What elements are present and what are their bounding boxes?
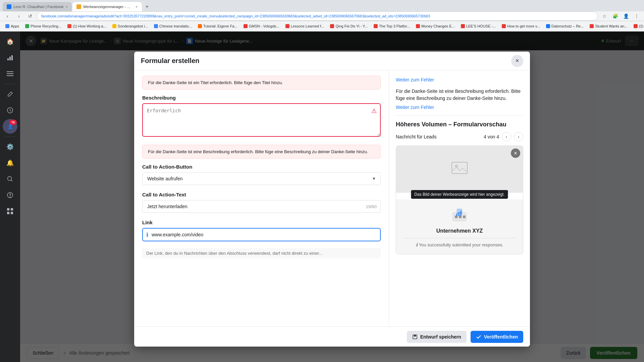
more-options-icon[interactable]: ⋮ (632, 11, 641, 21)
preview-prev-button[interactable]: ‹ (502, 132, 511, 141)
beschreibung-error-banner: Für die Danke-Seite ist eine Beschreibun… (142, 145, 381, 159)
sidebar-settings-icon[interactable]: ⚙️ (3, 139, 17, 154)
link-field: Link ℹ (142, 220, 381, 241)
extensions-icon[interactable]: 🧩 (610, 11, 620, 21)
svg-rect-20 (463, 216, 466, 218)
tab-close-2[interactable]: × (136, 5, 138, 9)
preview-next-button[interactable]: › (514, 132, 523, 141)
save-draft-button[interactable]: Entwurf speichern (407, 331, 467, 343)
preview-success-text: ℹ You successfully submitted your respon… (416, 241, 503, 247)
preview-image-placeholder-icon (451, 160, 468, 179)
bookmark-top3[interactable]: The Top 3 Platfor... (371, 22, 413, 30)
new-tab-button[interactable]: + (143, 2, 152, 11)
error-link-2[interactable]: Weiter zum Fehler (396, 105, 523, 110)
tab-label-2: Werbeanzeigenmanager - Wer... (83, 5, 133, 9)
sidebar-grid-icon[interactable] (3, 204, 17, 219)
svg-rect-11 (11, 208, 13, 210)
svg-rect-14 (452, 162, 467, 174)
svg-rect-3 (7, 71, 13, 72)
bookmark-money[interactable]: Money Changes E... (413, 22, 458, 30)
preview-company-area: Unternehmen XYZ ℹ You successfully submi… (396, 199, 523, 254)
bookmark-working[interactable]: (1) How Working a... (65, 22, 109, 30)
main-content: ✕ 📁 Neue Kampagne für Leadge... › ⊞ Neue… (20, 32, 644, 362)
sidebar-divider-1 (4, 84, 16, 84)
textarea-error-icon: ⚠ (371, 107, 377, 115)
bookmark-qing[interactable]: Qing Fei De Yi - Y... (327, 22, 370, 30)
preview-company-icon (451, 206, 468, 225)
browser-tab-1[interactable]: Leon R. Chaudhari | Facebook × (3, 2, 72, 11)
svg-rect-21 (456, 214, 458, 216)
reload-button[interactable]: ↺ (25, 11, 35, 21)
svg-rect-22 (458, 212, 460, 216)
sidebar-chart-icon[interactable] (3, 50, 17, 65)
top-error-text: Für die Danke-Seite ist ein Titel erford… (148, 80, 283, 85)
modal-close-button[interactable]: × (511, 55, 523, 67)
sidebar-help-icon[interactable] (3, 188, 17, 202)
beschreibung-field: Beschreibung ⚠ (142, 95, 381, 138)
beschreibung-textarea[interactable] (142, 103, 381, 137)
modal-body: Für die Danke-Seite ist ein Titel erford… (134, 70, 530, 326)
tab-close-1[interactable]: × (66, 5, 68, 9)
bookmark-lessons[interactable]: Lessons Learned f... (283, 22, 327, 30)
bookmark-apps[interactable]: Apps (3, 22, 22, 30)
address-bar[interactable]: facebook.com/adsmanager/manage/ads/edit?… (37, 11, 598, 21)
bookmark-phone[interactable]: Phone Recycling... (22, 22, 64, 30)
forward-button[interactable]: › (14, 11, 23, 21)
preview-nav-label: Nachricht für Leads (396, 134, 436, 139)
bookmark-tutorial[interactable]: Tutorial: Eigene Fa... (195, 22, 240, 30)
browser-tabs: Leon R. Chaudhari | Facebook × Werbeanze… (0, 0, 644, 11)
toolbar-icons: ☆ 🧩 👤 ⋮ (600, 11, 641, 21)
modal-right-panel: Weiter zum Fehler Für die Danke-Seite is… (389, 70, 530, 326)
cta-button-select[interactable]: Website aufrufen Mehr erfahren Jetzt kau… (142, 172, 381, 185)
modal-footer: Entwurf speichern Veröffentlichen (134, 326, 530, 347)
sidebar-search-icon[interactable] (3, 172, 17, 186)
svg-rect-12 (7, 212, 9, 214)
bookmark-how-get[interactable]: How to get more v... (499, 22, 543, 30)
modal-overlay: Formular erstellen × Für die Danke-Seite… (20, 32, 644, 362)
cta-button-select-wrapper: Website aufrufen Mehr erfahren Jetzt kau… (142, 172, 381, 185)
svg-rect-13 (11, 212, 13, 214)
bookmark-how-add[interactable]: (2) How To Add A... (631, 22, 644, 30)
right-divider (396, 115, 523, 116)
link-hint-text: Der Link, den du in Nachrichten über den… (146, 251, 322, 256)
bookmark-star-icon[interactable]: ☆ (600, 11, 609, 21)
svg-rect-23 (460, 211, 462, 216)
cta-button-label: Call to Action-Button (142, 164, 381, 170)
preview-card: ✕ (396, 145, 523, 254)
bookmark-gmsn[interactable]: GMSN - Vologds... (241, 22, 282, 30)
modal-header: Formular erstellen × (134, 52, 530, 70)
bookmark-chinese[interactable]: Chinese translatio... (151, 22, 195, 30)
top-error-banner: Für die Danke-Seite ist ein Titel erford… (142, 76, 381, 89)
sidebar-home-icon[interactable]: 🏠 (3, 34, 17, 49)
beschreibung-error-text: Für die Danke-Seite ist eine Beschreibun… (148, 149, 368, 154)
profile-icon[interactable]: 👤 (621, 11, 631, 21)
sidebar-avatar-icon[interactable]: 👤 (3, 119, 17, 134)
bookmark-datenschutz[interactable]: Datenschutz – Re... (543, 22, 587, 30)
error-description-right: Für die Danke-Seite ist eine Beschreibun… (396, 88, 523, 102)
bookmark-lee[interactable]: LEE'S HOUSE -... (458, 22, 498, 30)
cta-text-input-wrapper: 19/60 (142, 200, 381, 213)
publish-button[interactable]: Veröffentlichen (471, 331, 523, 343)
svg-point-9 (10, 197, 10, 197)
link-label: Link (142, 220, 381, 225)
sidebar-clock-icon[interactable] (3, 103, 17, 118)
sidebar-bell-icon[interactable]: 🔔 (3, 156, 17, 170)
svg-rect-10 (7, 208, 9, 210)
bookmark-sonder[interactable]: Sonderangebot i... (110, 22, 151, 30)
sidebar-edit-icon[interactable] (3, 87, 17, 102)
publish-label: Veröffentlichen (484, 334, 518, 340)
preview-card-close-button[interactable]: ✕ (511, 148, 520, 158)
sidebar-menu-icon[interactable] (3, 66, 17, 81)
cta-text-input[interactable] (142, 200, 381, 213)
error-link-1[interactable]: Weiter zum Fehler (396, 77, 523, 82)
modal-title: Formular erstellen (141, 57, 200, 65)
svg-rect-1 (9, 57, 11, 60)
bookmark-student[interactable]: Student Wants an... (587, 22, 630, 30)
back-button[interactable]: ‹ (3, 11, 12, 21)
svg-rect-5 (7, 75, 13, 76)
browser-tab-2[interactable]: Werbeanzeigenmanager - Wer... × (72, 2, 142, 11)
link-input[interactable] (152, 229, 380, 241)
cta-text-field: Call to Action-Text 19/60 (142, 192, 381, 213)
preview-image-area: Das Bild deiner Werbeanzeige wird hier a… (396, 146, 523, 193)
sidebar-divider-2 (4, 136, 16, 137)
